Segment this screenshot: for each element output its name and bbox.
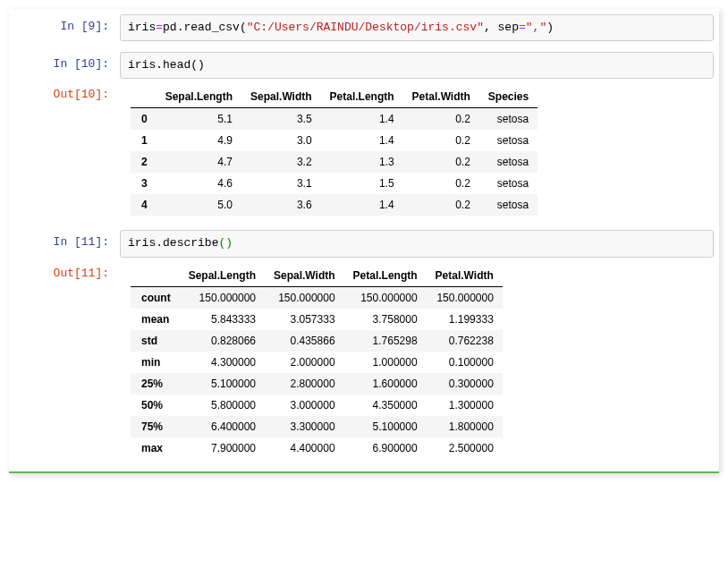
code-input-11[interactable]: iris.describe() bbox=[120, 230, 714, 257]
in-prompt-9: In [9]: bbox=[14, 14, 120, 41]
cell-10-output: Out[10]: Sepal.Length Sepal.Width Petal.… bbox=[14, 82, 714, 219]
in-prompt-11: In [11]: bbox=[14, 230, 120, 257]
cell-11-input: In [11]: iris.describe() bbox=[14, 230, 714, 257]
out-prompt-11: Out[11]: bbox=[14, 261, 120, 462]
table-row: 25% 5.100000 2.800000 1.600000 0.300000 bbox=[131, 373, 503, 395]
table-header-row: Sepal.Length Sepal.Width Petal.Length Pe… bbox=[131, 265, 503, 287]
table-row: min 4.300000 2.000000 1.000000 0.100000 bbox=[131, 352, 503, 373]
output-area-10: Sepal.Length Sepal.Width Petal.Length Pe… bbox=[120, 82, 714, 219]
cell-9: In [9]: iris=pd.read_csv("C:/Users/RAIND… bbox=[14, 14, 714, 41]
out-prompt-10: Out[10]: bbox=[14, 82, 120, 219]
table-row: 0 5.1 3.5 1.4 0.2 setosa bbox=[131, 108, 538, 131]
in-prompt-10: In [10]: bbox=[14, 52, 120, 79]
table-row: mean 5.843333 3.057333 3.758000 1.199333 bbox=[131, 309, 503, 330]
table-row: 75% 6.400000 3.300000 5.100000 1.800000 bbox=[131, 416, 503, 437]
code-input-10[interactable]: iris.head() bbox=[120, 52, 714, 79]
cell-10-input: In [10]: iris.head() bbox=[14, 52, 714, 79]
table-row: 3 4.6 3.1 1.5 0.2 setosa bbox=[131, 173, 538, 194]
table-row: 50% 5.800000 3.000000 4.350000 1.300000 bbox=[131, 395, 503, 416]
table-row: std 0.828066 0.435866 1.765298 0.762238 bbox=[131, 330, 503, 352]
table-row: max 7.900000 4.400000 6.900000 2.500000 bbox=[131, 437, 503, 459]
table-header-row: Sepal.Length Sepal.Width Petal.Length Pe… bbox=[131, 86, 538, 108]
table-row: 2 4.7 3.2 1.3 0.2 setosa bbox=[131, 151, 538, 173]
code-input-9[interactable]: iris=pd.read_csv("C:/Users/RAINDU/Deskto… bbox=[120, 14, 714, 41]
table-row: 1 4.9 3.0 1.4 0.2 setosa bbox=[131, 130, 538, 151]
dataframe-head: Sepal.Length Sepal.Width Petal.Length Pe… bbox=[131, 86, 538, 216]
dataframe-describe: Sepal.Length Sepal.Width Petal.Length Pe… bbox=[131, 265, 503, 459]
output-area-11: Sepal.Length Sepal.Width Petal.Length Pe… bbox=[120, 261, 714, 462]
table-row: count 150.000000 150.000000 150.000000 1… bbox=[131, 286, 503, 309]
cell-11-output: Out[11]: Sepal.Length Sepal.Width Petal.… bbox=[14, 261, 714, 462]
table-row: 4 5.0 3.6 1.4 0.2 setosa bbox=[131, 194, 538, 216]
notebook-wrapper: In [9]: iris=pd.read_csv("C:/Users/RAIND… bbox=[9, 9, 719, 473]
